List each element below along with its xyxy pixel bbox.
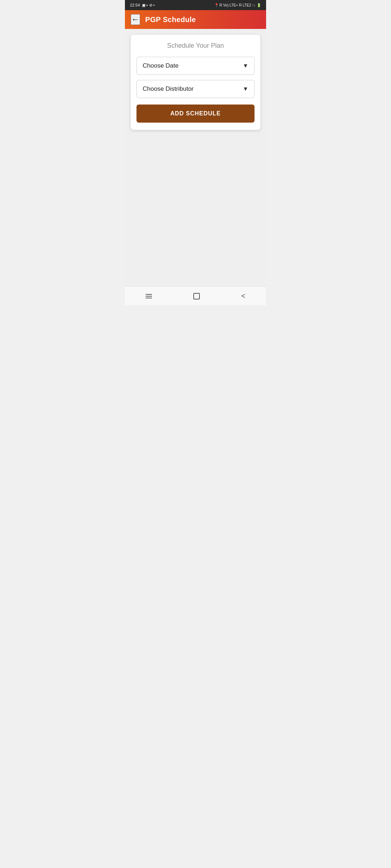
- choose-distributor-dropdown[interactable]: Choose Distributor ▼: [136, 80, 255, 98]
- add-schedule-button[interactable]: ADD SCHEDULE: [136, 105, 255, 123]
- nav-home-button[interactable]: [186, 290, 207, 302]
- status-right-icons: 📍 R Vo) LTE+ R LTE2 ↑↓ 🔋: [214, 3, 261, 7]
- app-bar: ← PGP Schedule: [125, 10, 266, 29]
- nav-back-button[interactable]: <: [234, 289, 253, 303]
- choose-distributor-label: Choose Distributor: [143, 85, 194, 93]
- chevron-down-icon-2: ▼: [243, 86, 248, 92]
- signal-icons: 📍 R Vo) LTE+ R LTE2 ↑↓ 🔋: [214, 3, 261, 7]
- choose-date-label: Choose Date: [143, 62, 178, 69]
- status-bar: 22:54 ▣ ▪ ⊘ • 📍 R Vo) LTE+ R LTE2 ↑↓ 🔋: [125, 0, 266, 10]
- status-icons: ▣ ▪ ⊘ •: [142, 3, 155, 8]
- back-icon: <: [241, 292, 245, 300]
- nav-bar: <: [125, 286, 266, 305]
- choose-date-dropdown[interactable]: Choose Date ▼: [136, 57, 255, 75]
- app-bar-title: PGP Schedule: [145, 16, 196, 24]
- schedule-card: Schedule Your Plan Choose Date ▼ Choose …: [131, 35, 260, 130]
- chevron-down-icon: ▼: [243, 63, 248, 69]
- menu-icon: [146, 294, 152, 298]
- home-icon: [193, 293, 200, 299]
- main-content: Schedule Your Plan Choose Date ▼ Choose …: [125, 29, 266, 286]
- back-button[interactable]: ←: [131, 14, 140, 25]
- nav-menu-button[interactable]: [138, 291, 159, 301]
- status-time: 22:54 ▣ ▪ ⊘ •: [130, 3, 155, 8]
- time-display: 22:54: [130, 3, 140, 7]
- card-title: Schedule Your Plan: [136, 42, 255, 50]
